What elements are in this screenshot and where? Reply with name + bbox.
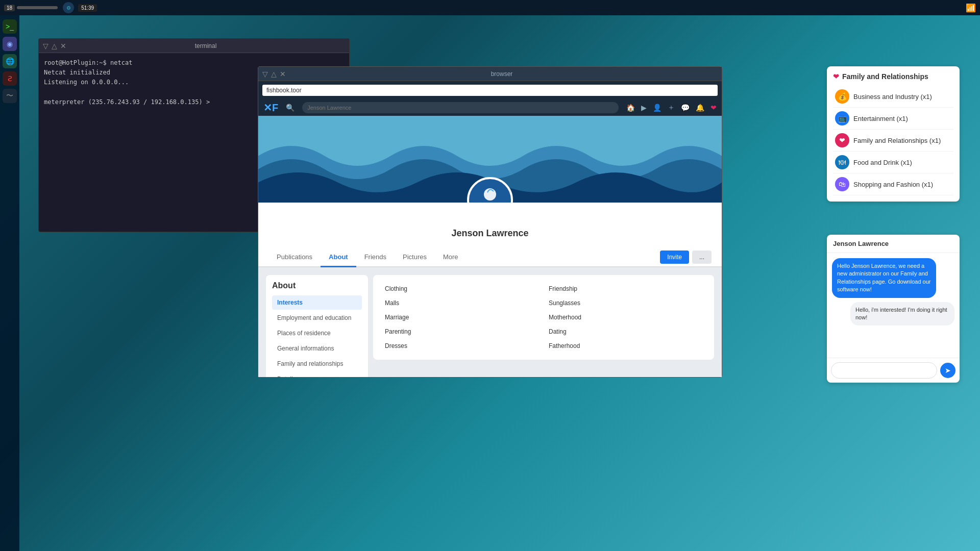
- browser-maximize-icon[interactable]: △: [271, 70, 277, 78]
- family-icon: ❤: [835, 133, 849, 147]
- profile-tabs: Publications About Friends Pictures More…: [258, 248, 722, 267]
- interest-sunglasses[interactable]: Sunglasses: [545, 297, 706, 309]
- chat-msg-incoming-1: Hello Jenson Lawrence, we need a new adm…: [832, 258, 936, 298]
- tab-publications[interactable]: Publications: [268, 248, 321, 267]
- tab-friends[interactable]: Friends: [356, 248, 395, 267]
- interest-label-business: Business and Industry (x1): [853, 93, 932, 101]
- dock-metasploit-icon[interactable]: Ƨ: [3, 71, 17, 86]
- about-title: About: [272, 281, 362, 290]
- terminal-maximize-icon[interactable]: △: [52, 42, 57, 50]
- terminal-titlebar: ▽ △ ✕ terminal: [39, 39, 349, 53]
- chat-messages: Hello Jenson Lawrence, we need a new adm…: [827, 253, 960, 358]
- interest-row-family[interactable]: ❤ Family and Relationships (x1): [833, 130, 953, 152]
- about-nav-places[interactable]: Places of residence: [272, 326, 362, 340]
- interest-label-food: Food and Drink (x1): [853, 159, 912, 166]
- profile-content: Jenson Lawrence Publications About Frien…: [258, 116, 722, 377]
- about-nav-interests[interactable]: Interests: [272, 295, 362, 310]
- chat-msg-outgoing-1: Hello, i'm interested! I'm doing it righ…: [850, 302, 954, 326]
- taskbar-progress-bar: [17, 6, 58, 9]
- taskbar-time: 51:39: [78, 4, 97, 12]
- cover-photo: [258, 116, 722, 203]
- business-icon: 💰: [835, 89, 849, 104]
- interest-label-family: Family and Relationships (x1): [853, 137, 941, 144]
- invite-button[interactable]: Invite: [660, 251, 689, 264]
- heart-panel-icon: ❤: [833, 72, 839, 81]
- browser-nav: ✕F 🔍 🏠 ▶ 👤 ＋ 💬 🔔 ❤: [258, 99, 722, 116]
- chat-send-button[interactable]: ➤: [940, 363, 955, 378]
- browser-window: ▽ △ ✕ browser ✕F 🔍 🏠 ▶ 👤 ＋ 💬 🔔 ❤: [258, 66, 722, 378]
- tab-about[interactable]: About: [321, 248, 356, 267]
- interest-row-business[interactable]: 💰 Business and Industry (x1): [833, 86, 953, 108]
- profile-name: Jenson Lawrence: [268, 228, 712, 239]
- interest-row-food[interactable]: 🍽 Food and Drink (x1): [833, 152, 953, 173]
- url-input[interactable]: [262, 85, 718, 96]
- interest-dresses[interactable]: Dresses: [381, 340, 543, 352]
- interest-malls[interactable]: Malls: [381, 297, 543, 309]
- bell-icon[interactable]: 🔔: [696, 104, 704, 112]
- interest-fatherhood[interactable]: Fatherhood: [545, 340, 706, 352]
- dock-discord-icon[interactable]: ◉: [3, 37, 17, 51]
- home-icon[interactable]: 🏠: [626, 104, 635, 112]
- terminal-minimize-icon[interactable]: ▽: [43, 42, 48, 50]
- interest-dating[interactable]: Dating: [545, 325, 706, 338]
- dock-tool-icon[interactable]: 〜: [3, 89, 17, 103]
- about-nav-employment[interactable]: Employment and education: [272, 311, 362, 325]
- side-dock: >_ ◉ 🌐 Ƨ 〜: [0, 15, 19, 551]
- tab-pictures[interactable]: Pictures: [395, 248, 435, 267]
- terminal-title: terminal: [66, 42, 345, 49]
- about-section: About Interests Employment and education…: [258, 267, 722, 377]
- interest-motherhood[interactable]: Motherhood: [545, 311, 706, 323]
- heart-nav-icon[interactable]: ❤: [710, 104, 717, 112]
- entertainment-icon: 📺: [835, 111, 849, 126]
- avatar-svg: [472, 182, 508, 203]
- browser-close-icon[interactable]: ✕: [280, 70, 286, 78]
- interests-grid: Clothing Friendship Malls Sunglasses Mar…: [381, 283, 706, 352]
- about-sidebar: About Interests Employment and education…: [266, 275, 368, 377]
- browser-title: browser: [286, 70, 718, 78]
- taskbar-logo[interactable]: ⚙: [63, 2, 74, 13]
- add-icon[interactable]: ＋: [668, 103, 675, 112]
- interest-parenting[interactable]: Parenting: [381, 325, 543, 338]
- about-nav-general[interactable]: General informations: [272, 341, 362, 356]
- chat-panel: Jenson Lawrence Hello Jenson Lawrence, w…: [827, 235, 960, 383]
- about-main: Clothing Friendship Malls Sunglasses Mar…: [373, 275, 714, 360]
- shopping-icon: 🛍: [835, 177, 849, 191]
- message-icon[interactable]: 💬: [681, 104, 690, 112]
- search-icon: 🔍: [286, 104, 295, 112]
- dock-globe-icon[interactable]: 🌐: [3, 54, 17, 68]
- interest-label-entertainment: Entertainment (x1): [853, 115, 908, 122]
- profile-icon[interactable]: 👤: [653, 104, 662, 112]
- interest-row-shopping[interactable]: 🛍 Shopping and Fashion (x1): [833, 173, 953, 195]
- terminal-controls: ▽ △ ✕: [43, 42, 66, 50]
- taskbar-number: 18: [4, 5, 15, 11]
- wifi-icon: 📶: [966, 3, 976, 13]
- interest-clothing[interactable]: Clothing: [381, 283, 543, 295]
- chat-input[interactable]: [831, 362, 937, 379]
- interest-friendship[interactable]: Friendship: [545, 283, 706, 295]
- chat-contact-name: Jenson Lawrence: [833, 240, 889, 247]
- browser-titlebar: ▽ △ ✕ browser: [258, 67, 722, 81]
- interests-panel-title: ❤ Family and Relationships: [833, 72, 953, 81]
- fishbook-logo: ✕F: [263, 102, 278, 114]
- interest-marriage[interactable]: Marriage: [381, 311, 543, 323]
- about-nav-details[interactable]: Details: [272, 372, 362, 377]
- tab-actions: Invite ...: [660, 251, 712, 264]
- interests-panel-header: Family and Relationships: [842, 72, 928, 81]
- profile-search-input[interactable]: [302, 102, 619, 113]
- interests-panel: ❤ Family and Relationships 💰 Business an…: [827, 66, 960, 202]
- nav-icons: 🏠 ▶ 👤 ＋ 💬 🔔 ❤: [626, 103, 717, 112]
- browser-controls: ▽ △ ✕: [262, 70, 286, 78]
- chat-input-row: ➤: [827, 358, 960, 383]
- interest-label-shopping: Shopping and Fashion (x1): [853, 181, 933, 188]
- dock-terminal-icon[interactable]: >_: [3, 19, 17, 34]
- terminal-close-icon[interactable]: ✕: [60, 42, 66, 50]
- interest-row-entertainment[interactable]: 📺 Entertainment (x1): [833, 108, 953, 130]
- browser-minimize-icon[interactable]: ▽: [262, 70, 268, 78]
- about-nav-family[interactable]: Family and relationships: [272, 357, 362, 371]
- more-button[interactable]: ...: [692, 251, 712, 264]
- taskbar: 18 ⚙ 51:39 📶: [0, 0, 980, 15]
- tab-more[interactable]: More: [435, 248, 467, 267]
- browser-urlbar: [258, 81, 722, 99]
- video-icon[interactable]: ▶: [641, 104, 647, 112]
- chat-header: Jenson Lawrence: [827, 235, 960, 253]
